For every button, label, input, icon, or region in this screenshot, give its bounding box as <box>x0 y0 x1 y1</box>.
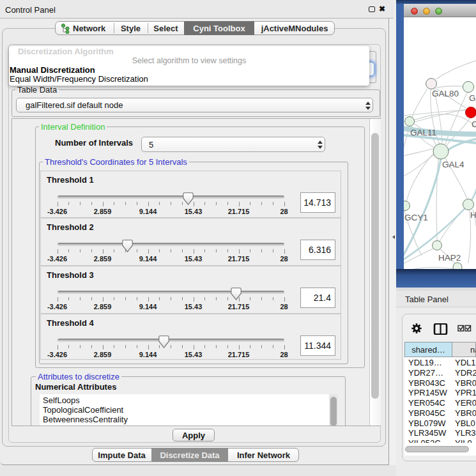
svg-text:GAL80: GAL80 <box>432 89 459 98</box>
svg-text:HAP2: HAP2 <box>438 253 461 263</box>
svg-text:H: H <box>470 210 476 220</box>
svg-text:GA: GA <box>469 93 476 103</box>
svg-text:GAL11: GAL11 <box>410 128 436 137</box>
svg-text:GCY1: GCY1 <box>404 213 428 222</box>
svg-text:GAL4: GAL4 <box>442 160 464 169</box>
svg-text:CD: CD <box>472 119 476 129</box>
